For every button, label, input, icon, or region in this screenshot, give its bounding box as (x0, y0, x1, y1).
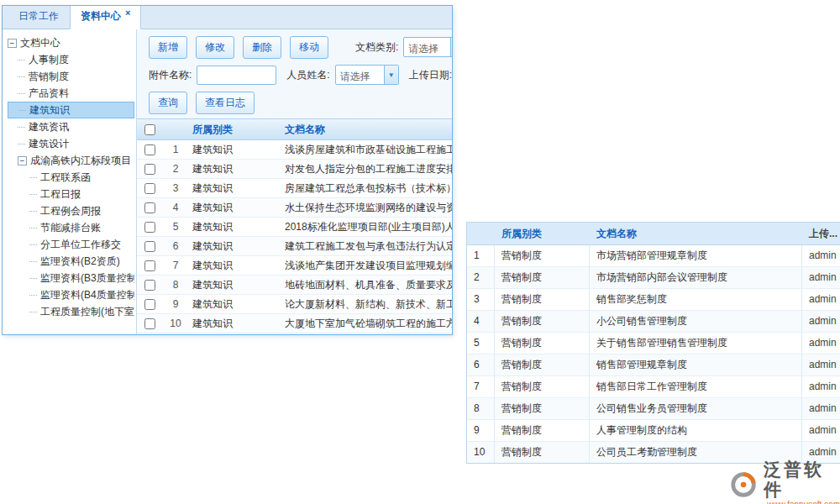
tree-item-selected[interactable]: 建筑知识 (8, 102, 134, 118)
tab-daily-work[interactable]: 日常工作 (8, 5, 70, 29)
row-checkbox[interactable] (144, 202, 155, 213)
table-row[interactable]: 2 营销制度 市场营销部内部会议管理制度 admin (467, 267, 840, 289)
fanpu-logo-icon (729, 470, 758, 500)
row-category: 建筑知识 (189, 259, 281, 273)
row-checkbox[interactable] (144, 183, 155, 194)
row-checkbox[interactable] (144, 318, 155, 329)
row-number: 5 (467, 333, 494, 354)
filter-row: 附件名称: 人员姓名: 请选择 上传日期: (149, 65, 452, 85)
tree-item-label: 工程日报 (40, 188, 81, 200)
table-row[interactable]: 3 建筑知识 房屋建筑工程总承包投标书（技术标）... (137, 179, 452, 198)
table-row[interactable]: 1 建筑知识 浅谈房屋建筑和市政基础设施工程施工... (137, 140, 452, 160)
tree-item-label: 节能减排台账 (40, 222, 101, 234)
tree-item[interactable]: 监理资料(B4质量控制) (8, 286, 134, 303)
tree-item[interactable]: 工程质量控制(地下室) (8, 303, 134, 320)
marketing-documents-window: 所属别类 文档名称 上传... 1 营销制度 市场营销部管理规章制度 admin… (466, 222, 840, 464)
row-checkbox[interactable] (144, 260, 155, 271)
tree-item-label: 营销制度 (29, 71, 69, 82)
row-number: 8 (467, 398, 494, 419)
row-checkbox[interactable] (144, 241, 155, 252)
tree-item[interactable]: 人事制度 (8, 51, 134, 68)
table-row[interactable]: 5 建筑知识 2018标准化监理项目部(业主项目部)人员... (137, 218, 452, 237)
row-uploader: admin (801, 289, 840, 310)
action-row: 查询 查看日志 (149, 92, 452, 113)
edit-button[interactable]: 修改 (196, 36, 234, 59)
row-doc-name: 市场营销部管理规章制度 (589, 245, 801, 266)
row-doc-name: 小公司销售管理制度 (589, 311, 801, 332)
table-row[interactable]: 9 营销制度 人事管理制度的结构 admin (467, 420, 840, 442)
row-checkbox[interactable] (144, 164, 155, 175)
row-doc-name: 浅谈房屋建筑和市政基础设施工程施工... (281, 143, 452, 157)
row-doc-name: 论大厦新材料、新结构、新技术、新工... (281, 297, 452, 312)
person-name-label: 人员姓名: (286, 68, 329, 82)
table-row[interactable]: 5 营销制度 关于销售部管理销售管理制度 admin (467, 333, 840, 354)
row-uploader: admin (801, 311, 840, 332)
add-button[interactable]: 新增 (149, 36, 187, 59)
table-row[interactable]: 9 建筑知识 论大厦新材料、新结构、新技术、新工... (137, 295, 452, 314)
row-doc-name: 2018标准化监理项目部(业主项目部)人员... (281, 220, 452, 234)
tree-item[interactable]: 工程例会周报 (8, 202, 134, 219)
select-all-checkbox[interactable] (144, 124, 155, 135)
collapse-icon[interactable] (18, 156, 27, 165)
doc-type-select[interactable]: 请选择 (403, 37, 452, 57)
table-row[interactable]: 10 建筑知识 大厦地下室加气砼墙砌筑工程的施工方... (137, 314, 452, 333)
table-row[interactable]: 2 建筑知识 对发包人指定分包的工程施工进度安排... (137, 160, 452, 179)
move-button[interactable]: 移动 (290, 36, 328, 59)
marketing-table-body: 1 营销制度 市场营销部管理规章制度 admin 2 营销制度 市场营销部内部会… (467, 245, 840, 464)
view-log-button[interactable]: 查看日志 (196, 92, 255, 114)
document-center-window: 日常工作 资料中心× 文档中心 人事制度 营销制度 产品资料 建筑知识 建筑资讯… (2, 5, 453, 335)
table-row[interactable]: 8 建筑知识 地砖地面材料、机具准备、质量要求及... (137, 276, 452, 295)
tree-item[interactable]: 产品资料 (8, 85, 134, 102)
tab-data-center[interactable]: 资料中心× (70, 5, 141, 29)
table-row[interactable]: 8 营销制度 公司销售业务员管理制度 admin (467, 398, 840, 420)
fanpu-logo: 泛普软件 www.fanpusoft.com (729, 459, 840, 504)
row-number: 7 (467, 376, 494, 397)
logo-website-url: www.fanpusoft.com (767, 500, 840, 504)
table-row[interactable]: 4 建筑知识 水土保持生态环境监测网络的建设与资... (137, 198, 452, 218)
tree-item[interactable]: 监理资料(B2资质) (8, 253, 134, 270)
tree-item[interactable]: 工程联系函 (8, 169, 134, 186)
table-row[interactable]: 7 建筑知识 浅谈地产集团开发建设项目监理规划编... (137, 256, 452, 276)
row-checkbox[interactable] (144, 144, 155, 155)
table-row[interactable]: 7 营销制度 销售部日常工作管理制度 admin (467, 376, 840, 398)
tree-item-label: 建筑设计 (29, 138, 69, 150)
table-row[interactable]: 6 营销制度 销售部管理规章制度 admin (467, 354, 840, 376)
row-number: 9 (467, 420, 494, 441)
row-uploader: admin (801, 267, 840, 288)
query-button[interactable]: 查询 (149, 92, 187, 114)
tree-item[interactable]: 建筑设计 (8, 135, 134, 152)
row-category: 营销制度 (494, 267, 589, 288)
chevron-down-icon (450, 38, 452, 56)
table-row[interactable]: 3 营销制度 销售部奖惩制度 admin (467, 289, 840, 311)
row-category: 建筑知识 (189, 278, 281, 292)
tree-item[interactable]: 节能减排台账 (8, 219, 134, 236)
category-column-header: 所属别类 (189, 123, 281, 137)
row-number: 10 (467, 442, 494, 463)
tree-item[interactable]: 分工单位工作移交 (8, 236, 134, 253)
tree-item[interactable]: 监理资料(B3质量控制) (8, 270, 134, 286)
row-category: 建筑知识 (189, 201, 281, 215)
row-doc-name: 销售部日常工作管理制度 (589, 376, 801, 397)
row-number: 6 (162, 240, 189, 252)
table-row[interactable]: 6 建筑知识 建筑工程施工发包与承包违法行为认定... (137, 237, 452, 256)
close-icon[interactable]: × (125, 8, 130, 18)
tree-root-document-center[interactable]: 文档中心 (8, 34, 134, 51)
person-name-select[interactable]: 请选择 (335, 65, 399, 85)
row-checkbox[interactable] (144, 222, 155, 233)
table-row[interactable]: 4 营销制度 小公司销售管理制度 admin (467, 311, 840, 333)
tree-item[interactable]: 建筑资讯 (8, 118, 134, 135)
document-list-panel: 新增 修改 删除 移动 文档类别: 请选择 文档名称: 附件名称: 人员姓名: … (137, 29, 452, 334)
tree-item[interactable]: 工程日报 (8, 186, 134, 202)
row-doc-name: 建筑工程施工发包与承包违法行为认定... (281, 239, 452, 254)
collapse-icon[interactable] (8, 39, 17, 48)
number-column-header (467, 223, 494, 244)
row-checkbox[interactable] (144, 299, 155, 310)
tree-item[interactable]: 营销制度 (8, 68, 134, 85)
delete-button[interactable]: 删除 (243, 36, 281, 59)
table-row[interactable]: 1 营销制度 市场营销部管理规章制度 admin (467, 245, 840, 267)
tree-root-project[interactable]: 成渝高铁内江标段项目 (8, 152, 134, 169)
row-checkbox[interactable] (144, 280, 155, 291)
attachment-name-input[interactable] (197, 66, 276, 85)
row-doc-name: 公司销售业务员管理制度 (589, 398, 801, 419)
marketing-table-header: 所属别类 文档名称 上传... (467, 223, 840, 245)
